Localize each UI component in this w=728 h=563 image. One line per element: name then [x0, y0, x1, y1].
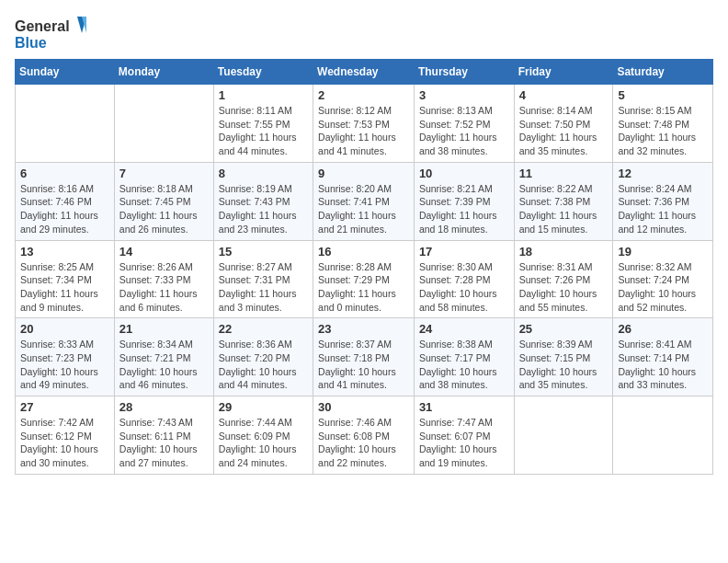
weekday-header-monday: Monday: [114, 60, 213, 85]
day-detail: Sunrise: 8:21 AMSunset: 7:39 PMDaylight:…: [419, 182, 509, 236]
calendar-cell: 27Sunrise: 7:42 AMSunset: 6:12 PMDayligh…: [16, 396, 115, 475]
page-header: GeneralBlue: [15, 15, 713, 52]
day-detail: Sunrise: 8:13 AMSunset: 7:52 PMDaylight:…: [419, 104, 509, 158]
day-detail: Sunrise: 8:25 AMSunset: 7:34 PMDaylight:…: [20, 260, 109, 315]
calendar-cell: 4Sunrise: 8:14 AMSunset: 7:50 PMDaylight…: [514, 85, 613, 163]
day-detail: Sunrise: 8:30 AMSunset: 7:28 PMDaylight:…: [419, 260, 509, 315]
calendar-cell: 3Sunrise: 8:13 AMSunset: 7:52 PMDaylight…: [414, 85, 514, 163]
calendar-cell: 13Sunrise: 8:25 AMSunset: 7:34 PMDayligh…: [16, 240, 115, 318]
calendar-cell: [16, 85, 115, 163]
day-number: 22: [219, 322, 308, 336]
calendar-cell: 11Sunrise: 8:22 AMSunset: 7:38 PMDayligh…: [514, 162, 613, 240]
day-detail: Sunrise: 8:34 AMSunset: 7:21 PMDaylight:…: [119, 338, 209, 392]
calendar-cell: 8Sunrise: 8:19 AMSunset: 7:43 PMDaylight…: [213, 162, 313, 240]
calendar-cell: 26Sunrise: 8:41 AMSunset: 7:14 PMDayligh…: [613, 318, 713, 396]
day-number: 21: [119, 322, 209, 336]
calendar-cell: 24Sunrise: 8:38 AMSunset: 7:17 PMDayligh…: [414, 318, 514, 396]
day-number: 12: [618, 167, 708, 180]
day-number: 17: [419, 245, 509, 259]
day-detail: Sunrise: 8:18 AMSunset: 7:45 PMDaylight:…: [119, 182, 209, 236]
day-number: 28: [119, 400, 209, 414]
weekday-header-saturday: Saturday: [613, 60, 713, 85]
day-detail: Sunrise: 7:42 AMSunset: 6:12 PMDaylight:…: [20, 416, 109, 470]
day-detail: Sunrise: 7:44 AMSunset: 6:09 PMDaylight:…: [219, 416, 308, 470]
day-detail: Sunrise: 8:38 AMSunset: 7:17 PMDaylight:…: [419, 338, 509, 392]
calendar-cell: 19Sunrise: 8:32 AMSunset: 7:24 PMDayligh…: [613, 240, 713, 318]
calendar-table: SundayMondayTuesdayWednesdayThursdayFrid…: [15, 59, 713, 475]
weekday-header-wednesday: Wednesday: [313, 60, 415, 85]
day-number: 19: [618, 245, 708, 259]
calendar-cell: 23Sunrise: 8:37 AMSunset: 7:18 PMDayligh…: [313, 318, 415, 396]
svg-text:Blue: Blue: [15, 35, 47, 51]
day-number: 13: [20, 245, 109, 259]
calendar-cell: 18Sunrise: 8:31 AMSunset: 7:26 PMDayligh…: [514, 240, 613, 318]
calendar-cell: 6Sunrise: 8:16 AMSunset: 7:46 PMDaylight…: [16, 162, 115, 240]
calendar-cell: 7Sunrise: 8:18 AMSunset: 7:45 PMDaylight…: [114, 162, 213, 240]
day-number: 1: [219, 88, 308, 102]
day-number: 29: [219, 400, 308, 414]
day-detail: Sunrise: 8:27 AMSunset: 7:31 PMDaylight:…: [219, 260, 308, 315]
day-number: 8: [219, 167, 308, 180]
calendar-cell: 30Sunrise: 7:46 AMSunset: 6:08 PMDayligh…: [313, 396, 415, 475]
day-detail: Sunrise: 8:20 AMSunset: 7:41 PMDaylight:…: [318, 182, 409, 236]
day-number: 14: [119, 245, 209, 259]
calendar-cell: 22Sunrise: 8:36 AMSunset: 7:20 PMDayligh…: [213, 318, 313, 396]
calendar-week-row: 1Sunrise: 8:11 AMSunset: 7:55 PMDaylight…: [16, 85, 713, 163]
calendar-cell: 14Sunrise: 8:26 AMSunset: 7:33 PMDayligh…: [114, 240, 213, 318]
weekday-header-friday: Friday: [514, 60, 613, 85]
day-detail: Sunrise: 8:14 AMSunset: 7:50 PMDaylight:…: [519, 104, 609, 158]
calendar-cell: 15Sunrise: 8:27 AMSunset: 7:31 PMDayligh…: [213, 240, 313, 318]
day-detail: Sunrise: 8:11 AMSunset: 7:55 PMDaylight:…: [219, 104, 308, 158]
day-detail: Sunrise: 7:46 AMSunset: 6:08 PMDaylight:…: [318, 416, 409, 470]
day-number: 11: [519, 167, 609, 180]
calendar-cell: 16Sunrise: 8:28 AMSunset: 7:29 PMDayligh…: [313, 240, 415, 318]
day-detail: Sunrise: 8:32 AMSunset: 7:24 PMDaylight:…: [618, 260, 708, 315]
day-number: 2: [318, 88, 409, 102]
day-number: 5: [618, 88, 708, 102]
day-detail: Sunrise: 8:24 AMSunset: 7:36 PMDaylight:…: [618, 182, 708, 236]
calendar-cell: 21Sunrise: 8:34 AMSunset: 7:21 PMDayligh…: [114, 318, 213, 396]
logo-svg: GeneralBlue: [15, 15, 88, 52]
day-detail: Sunrise: 8:26 AMSunset: 7:33 PMDaylight:…: [119, 260, 209, 315]
calendar-cell: 31Sunrise: 7:47 AMSunset: 6:07 PMDayligh…: [414, 396, 514, 475]
calendar-cell: [514, 396, 613, 475]
day-number: 24: [419, 322, 509, 336]
calendar-cell: 10Sunrise: 8:21 AMSunset: 7:39 PMDayligh…: [414, 162, 514, 240]
day-number: 26: [618, 322, 708, 336]
calendar-cell: 1Sunrise: 8:11 AMSunset: 7:55 PMDaylight…: [213, 85, 313, 163]
calendar-cell: 25Sunrise: 8:39 AMSunset: 7:15 PMDayligh…: [514, 318, 613, 396]
calendar-cell: 12Sunrise: 8:24 AMSunset: 7:36 PMDayligh…: [613, 162, 713, 240]
logo: GeneralBlue: [15, 15, 88, 52]
day-number: 10: [419, 167, 509, 180]
calendar-cell: 9Sunrise: 8:20 AMSunset: 7:41 PMDaylight…: [313, 162, 415, 240]
day-detail: Sunrise: 7:43 AMSunset: 6:11 PMDaylight:…: [119, 416, 209, 470]
weekday-header-thursday: Thursday: [414, 60, 514, 85]
calendar-cell: 29Sunrise: 7:44 AMSunset: 6:09 PMDayligh…: [213, 396, 313, 475]
weekday-header-tuesday: Tuesday: [213, 60, 313, 85]
day-number: 30: [318, 400, 409, 414]
day-detail: Sunrise: 8:22 AMSunset: 7:38 PMDaylight:…: [519, 182, 609, 236]
day-detail: Sunrise: 8:33 AMSunset: 7:23 PMDaylight:…: [20, 338, 109, 392]
day-detail: Sunrise: 8:16 AMSunset: 7:46 PMDaylight:…: [20, 182, 109, 236]
day-number: 4: [519, 88, 609, 102]
weekday-header-sunday: Sunday: [16, 60, 115, 85]
day-number: 16: [318, 245, 409, 259]
day-number: 25: [519, 322, 609, 336]
day-number: 9: [318, 167, 409, 180]
day-number: 31: [419, 400, 509, 414]
day-detail: Sunrise: 8:12 AMSunset: 7:53 PMDaylight:…: [318, 104, 409, 158]
day-detail: Sunrise: 8:15 AMSunset: 7:48 PMDaylight:…: [618, 104, 708, 158]
calendar-cell: 5Sunrise: 8:15 AMSunset: 7:48 PMDaylight…: [613, 85, 713, 163]
calendar-header-row: SundayMondayTuesdayWednesdayThursdayFrid…: [16, 60, 713, 85]
day-number: 15: [219, 245, 308, 259]
day-detail: Sunrise: 8:41 AMSunset: 7:14 PMDaylight:…: [618, 338, 708, 392]
day-number: 18: [519, 245, 609, 259]
calendar-cell: [114, 85, 213, 163]
calendar-cell: 20Sunrise: 8:33 AMSunset: 7:23 PMDayligh…: [16, 318, 115, 396]
calendar-week-row: 20Sunrise: 8:33 AMSunset: 7:23 PMDayligh…: [16, 318, 713, 396]
day-detail: Sunrise: 8:28 AMSunset: 7:29 PMDaylight:…: [318, 260, 409, 315]
calendar-week-row: 27Sunrise: 7:42 AMSunset: 6:12 PMDayligh…: [16, 396, 713, 475]
calendar-week-row: 6Sunrise: 8:16 AMSunset: 7:46 PMDaylight…: [16, 162, 713, 240]
svg-text:General: General: [15, 18, 70, 34]
day-number: 7: [119, 167, 209, 180]
